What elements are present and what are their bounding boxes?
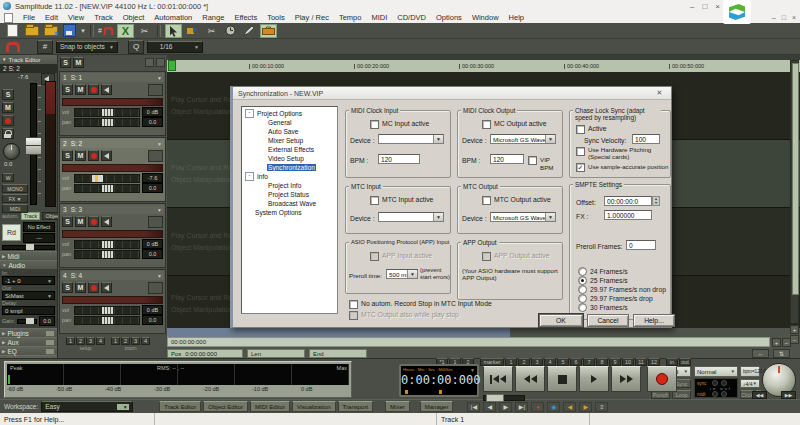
tree-expander-icon[interactable] [258,146,265,153]
no-autom-record-stop-checkbox[interactable]: No autom. Record Stop in MTC Input Mode [349,300,492,309]
tree-expander-icon[interactable] [258,164,265,171]
menu-item[interactable]: Range [197,13,229,22]
offset-field[interactable]: 00:00:00:0 [604,196,652,206]
mc-input-bpm-field[interactable]: 120 [378,154,420,164]
editor-mute-button[interactable]: M [2,102,14,113]
tree-expander-icon[interactable] [245,209,252,216]
automation-slider[interactable] [2,245,55,250]
section-audio[interactable]: ▼Audio [0,260,57,269]
track-monitor-button[interactable] [101,150,112,161]
rewind-to-start-button[interactable] [483,366,513,392]
track-header[interactable]: 2 S: 2 ▼ S M vol -7.6 [59,137,166,202]
track-solo-button[interactable]: S [62,84,73,95]
zoom-out-horizontal-button[interactable]: − [782,338,791,347]
editor-record-button[interactable] [2,115,14,126]
zoom-preset-button[interactable]: 4 [141,337,150,345]
marker-number-button[interactable]: 1 [505,358,517,366]
menu-item[interactable]: View [63,13,89,22]
menu-item[interactable]: Help [504,13,529,22]
preroll-time-select[interactable]: 500 ms▼ [386,269,418,279]
range-start-button[interactable]: ◀ [563,402,576,412]
tree-item[interactable]: Video Setup [242,154,337,163]
fast-forward-button[interactable] [611,366,641,392]
maximize-button[interactable]: □ [702,2,707,11]
track-solo-button[interactable]: S [62,282,73,293]
track-monitor-button[interactable] [101,282,112,293]
editor-tab[interactable]: Object Editor [203,401,248,412]
go-to-end-button[interactable]: ▶| [515,402,528,412]
marker-in-button[interactable]: in [666,358,678,366]
vertical-scrollbar-thumb[interactable] [792,63,799,295]
mtc-input-device-select[interactable]: ▼ [378,212,444,222]
track-pan-slider[interactable] [74,316,140,325]
plugins-enable-box[interactable] [45,330,55,337]
track-mute-button[interactable]: M [75,282,86,293]
snap-mode-select[interactable]: Snap to objects ▼ [56,41,118,53]
marker-number-button[interactable]: 11 [635,358,647,366]
menu-item[interactable]: MIDI [366,13,392,22]
chevron-down-icon[interactable]: ▼ [157,207,162,213]
tree-expander-icon[interactable] [258,119,265,126]
framerate-radio[interactable]: 30 Frames/s [578,303,666,312]
time-signature-select[interactable]: ♪4/4▼ [740,379,760,388]
track-header[interactable]: 1 S: 1 ▼ S M vol 0 dB [59,71,166,136]
gain-slider[interactable] [17,319,37,324]
chevron-down-icon[interactable]: ▼ [157,141,162,147]
zoom-preset-button[interactable]: 1 [111,337,120,345]
chevron-down-icon[interactable]: ▼ [157,75,162,81]
tree-item[interactable]: Synchronization [242,163,337,172]
zoom-preset-button[interactable]: 2 [121,337,130,345]
playback-marker-button[interactable] [222,24,239,38]
grid-toggle-button[interactable]: ≡ [595,402,608,412]
section-plugins[interactable]: ▶Plugins [0,328,57,337]
track-editor-header[interactable]: ▼Track Editor [0,55,57,64]
play-button[interactable] [579,366,609,392]
track-volume-slider[interactable] [74,240,140,249]
editor-tab[interactable]: Track Editor [159,401,201,412]
chase-active-checkbox[interactable]: Active [576,125,607,134]
aux-enable-box[interactable] [45,339,55,346]
track-record-button[interactable] [88,216,99,227]
magnet-snap-toggle[interactable] [4,40,21,54]
mono-button[interactable]: MONO [2,184,28,193]
menu-item[interactable]: Tools [262,13,290,22]
quantize-button[interactable]: Q [128,40,144,54]
menu-item[interactable]: Automation [149,13,197,22]
effect-slot[interactable]: No Effect [23,222,55,232]
menu-item[interactable]: Track [89,13,117,22]
save-dropdown-arrow[interactable]: ▼ [80,28,86,34]
pan-knob[interactable] [3,143,20,160]
range-time-strip[interactable]: 00:00:00:000 [167,337,770,347]
vertical-scrollbar[interactable] [790,60,799,324]
mtc-output-device-select[interactable]: Microsoft GS Wavetable▼ [490,212,556,222]
track-monitor-button[interactable] [101,216,112,227]
tree-item[interactable]: - Project Options [242,109,337,118]
menu-item[interactable]: Window [467,13,504,22]
crossfade-editor-button[interactable]: X [117,24,134,38]
toolbox-button[interactable] [260,24,277,38]
volume-slider-handle[interactable] [102,307,113,314]
editor-tab[interactable]: Transport [338,401,373,412]
zoom-in-horizontal-button[interactable]: + [772,338,781,347]
cut-mouse-mode-button[interactable]: ✂ [203,24,220,38]
mc-output-bpm-field[interactable]: 120 [490,154,524,164]
track-record-button[interactable] [88,282,99,293]
track-header[interactable]: 4 S: 4 ▼ S M vol 0 dB [59,269,166,334]
tree-expander-icon[interactable] [258,200,265,207]
track-title-row[interactable]: 3 S: 3 ▼ [61,205,164,214]
track-pan-slider[interactable] [74,184,140,193]
set-marker-button[interactable]: ◉ [547,402,560,412]
track-mute-button[interactable]: M [75,216,86,227]
section-eq[interactable]: ▶EQ [0,346,57,355]
track-volume-slider[interactable] [74,306,140,315]
offset-spinner[interactable]: ▲▼ [652,196,660,206]
marker-number-button[interactable]: 5 [557,358,569,366]
track-record-button[interactable] [88,150,99,161]
marker-number-button[interactable]: 6 [570,358,582,366]
new-project-button[interactable] [4,24,21,38]
mixer-button[interactable]: Mixer [385,401,410,412]
rewind-button[interactable] [515,366,545,392]
setup-preset-button[interactable]: 4 [96,337,105,345]
setup-preset-button[interactable]: 1 [66,337,75,345]
menu-item[interactable]: File [18,13,40,22]
